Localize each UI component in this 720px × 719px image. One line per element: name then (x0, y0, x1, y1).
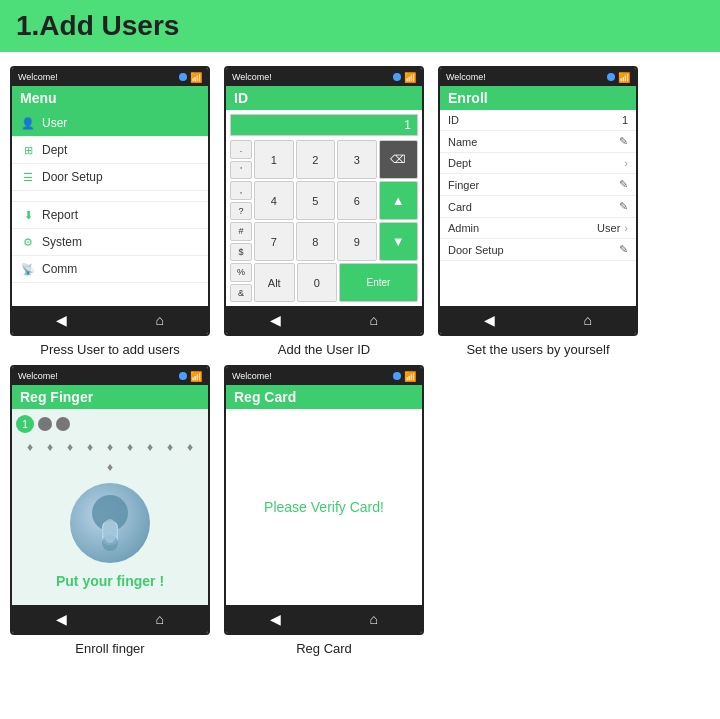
fp-dot-2: ♦ (42, 439, 58, 455)
home-btn-4[interactable]: ⌂ (155, 611, 163, 627)
enroll-header: Enroll (440, 86, 636, 110)
bottom-nav-1: ◀ ⌂ (12, 306, 208, 334)
back-btn-1[interactable]: ◀ (56, 312, 67, 328)
key-4[interactable]: 4 (254, 181, 294, 220)
keypad-row-1: 1 2 3 ⌫ (254, 140, 418, 179)
key-backspace[interactable]: ⌫ (379, 140, 419, 179)
key-1[interactable]: 1 (254, 140, 294, 179)
key-7[interactable]: 7 (254, 222, 294, 261)
enroll-row-dept[interactable]: Dept › (440, 153, 636, 174)
key-down[interactable]: ▼ (379, 222, 419, 261)
phone-row-2: Welcome! 📶 Reg Finger 1 ♦ ♦ (10, 365, 710, 656)
finger-image (70, 483, 150, 563)
back-btn-4[interactable]: ◀ (56, 611, 67, 627)
screen-id: Welcome! 📶 ID 1 . (224, 66, 424, 336)
page-header: 1.Add Users (0, 0, 720, 52)
key-dollar[interactable]: $ (230, 243, 252, 262)
home-btn-1[interactable]: ⌂ (155, 312, 163, 328)
svg-point-3 (103, 519, 117, 543)
user-icon: 👤 (20, 115, 36, 131)
fp-dot-9: ♦ (182, 439, 198, 455)
menu-label-doorsetup: Door Setup (42, 170, 103, 184)
enroll-label-card: Card (448, 201, 472, 213)
edit-icon-card: ✎ (619, 200, 628, 213)
key-3[interactable]: 3 (337, 140, 377, 179)
menu-item-report[interactable]: ⬇ Report (12, 202, 208, 229)
home-btn-5[interactable]: ⌂ (369, 611, 377, 627)
back-btn-2[interactable]: ◀ (270, 312, 281, 328)
menu-item-dept[interactable]: ⊞ Dept (12, 137, 208, 164)
enroll-row-doorsetup[interactable]: Door Setup ✎ (440, 239, 636, 261)
menu-label-report: Report (42, 208, 78, 222)
back-btn-3[interactable]: ◀ (484, 312, 495, 328)
key-up[interactable]: ▲ (379, 181, 419, 220)
menu-label-user: User (42, 116, 67, 130)
status-bar-3: Welcome! 📶 (440, 68, 636, 86)
welcome-text-4: Welcome! (18, 371, 58, 381)
welcome-text-3: Welcome! (446, 72, 486, 82)
fp-dot-8: ♦ (162, 439, 178, 455)
enroll-row-id[interactable]: ID 1 (440, 110, 636, 131)
system-icon: ⚙ (20, 234, 36, 250)
menu-item-doorsetup[interactable]: ☰ Door Setup (12, 164, 208, 191)
key-0[interactable]: 0 (297, 263, 338, 302)
signal-dot-1 (179, 73, 187, 81)
admin-value-group: User › (597, 222, 628, 234)
report-icon: ⬇ (20, 207, 36, 223)
key-dot[interactable]: . (230, 140, 252, 159)
enroll-row-card[interactable]: Card ✎ (440, 196, 636, 218)
menu-item-comm[interactable]: 📡 Comm (12, 256, 208, 283)
enroll-row-name[interactable]: Name ✎ (440, 131, 636, 153)
status-bar-2: Welcome! 📶 (226, 68, 422, 86)
signal-dot-2 (393, 73, 401, 81)
screen-finger: Welcome! 📶 Reg Finger 1 ♦ ♦ (10, 365, 210, 635)
caption-enroll: Set the users by yourself (466, 342, 609, 357)
fingerprint-dots: ♦ ♦ ♦ ♦ ♦ ♦ ♦ ♦ ♦ ♦ (16, 439, 204, 475)
key-hash[interactable]: # (230, 222, 252, 241)
key-9[interactable]: 9 (337, 222, 377, 261)
wifi-icon-4: 📶 (190, 371, 202, 382)
edit-icon-doorsetup: ✎ (619, 243, 628, 256)
chevron-admin: › (624, 222, 628, 234)
key-5[interactable]: 5 (296, 181, 336, 220)
menu-item-user[interactable]: 👤 User (12, 110, 208, 137)
finger-header: Reg Finger (12, 385, 208, 409)
keypad-row-3: 7 8 9 ▼ (254, 222, 418, 261)
key-6[interactable]: 6 (337, 181, 377, 220)
finger-dot-3 (56, 417, 70, 431)
key-apos[interactable]: ' (230, 161, 252, 180)
menu-header: Menu (12, 86, 208, 110)
fp-dot-7: ♦ (142, 439, 158, 455)
fp-dot-3: ♦ (62, 439, 78, 455)
menu-item-system[interactable]: ⚙ System (12, 229, 208, 256)
caption-card: Reg Card (296, 641, 352, 656)
key-alt[interactable]: Alt (254, 263, 295, 302)
comm-icon: 📡 (20, 261, 36, 277)
signal-dot-5 (393, 372, 401, 380)
caption-id: Add the User ID (278, 342, 371, 357)
fp-dot-5: ♦ (102, 439, 118, 455)
key-percent[interactable]: % (230, 263, 252, 282)
bottom-nav-5: ◀ ⌂ (226, 605, 422, 633)
bottom-nav-4: ◀ ⌂ (12, 605, 208, 633)
home-btn-3[interactable]: ⌂ (583, 312, 591, 328)
id-input-row[interactable]: 1 (230, 114, 418, 136)
enroll-row-admin[interactable]: Admin User › (440, 218, 636, 239)
key-enter[interactable]: Enter (339, 263, 418, 302)
key-question[interactable]: ? (230, 202, 252, 221)
card-header: Reg Card (226, 385, 422, 409)
status-bar-1: Welcome! 📶 (12, 68, 208, 86)
welcome-text-2: Welcome! (232, 72, 272, 82)
key-comma[interactable]: , (230, 181, 252, 200)
home-btn-2[interactable]: ⌂ (369, 312, 377, 328)
wifi-icon-3: 📶 (618, 72, 630, 83)
menu-item-empty (12, 191, 208, 202)
key-8[interactable]: 8 (296, 222, 336, 261)
phone-row-1: Welcome! 📶 Menu 👤 User ⊞ Dept (10, 66, 710, 357)
menu-label-system: System (42, 235, 82, 249)
id-body: 1 . ' , ? # $ % & (226, 110, 422, 306)
key-2[interactable]: 2 (296, 140, 336, 179)
back-btn-5[interactable]: ◀ (270, 611, 281, 627)
enroll-row-finger[interactable]: Finger ✎ (440, 174, 636, 196)
key-amp[interactable]: & (230, 284, 252, 303)
